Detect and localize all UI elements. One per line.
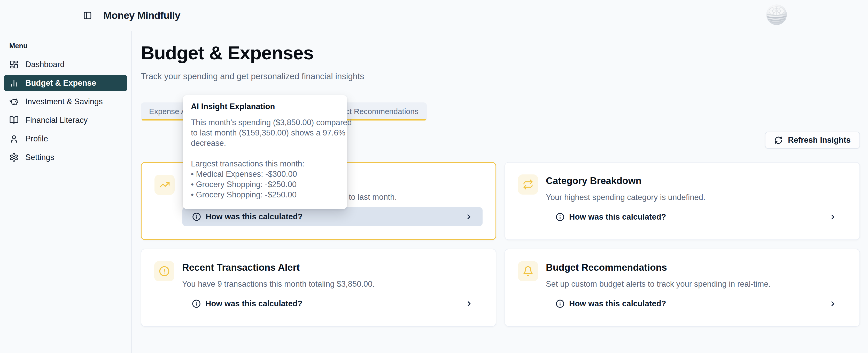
- ai-insight-tooltip: AI Insight Explanation This month's spen…: [183, 95, 347, 209]
- sidebar-item-financial-literacy[interactable]: Financial Literacy: [0, 111, 131, 130]
- chevron-right-icon: [829, 213, 837, 221]
- card-title: Recent Transactions Alert: [182, 262, 483, 273]
- info-icon: [556, 299, 564, 308]
- sidebar: Menu Dashboard Budget & Expense Investme…: [0, 31, 132, 353]
- user-icon: [9, 134, 19, 143]
- tooltip-line: • Grocery Shopping: -$250.00: [191, 190, 339, 200]
- sidebar-item-label: Budget & Expense: [25, 78, 96, 88]
- card-subtitle: Set up custom budget alerts to track you…: [546, 280, 846, 288]
- sidebar-item-profile[interactable]: Profile: [0, 130, 131, 148]
- sidebar-toggle-icon[interactable]: [83, 11, 92, 20]
- sidebar-item-label: Financial Literacy: [25, 116, 88, 125]
- info-icon: [192, 212, 201, 221]
- dashboard-icon: [9, 60, 19, 69]
- sidebar-item-label: Investment & Savings: [25, 97, 103, 106]
- bar-chart-icon: [9, 78, 19, 88]
- card-title: Budget Recommendations: [546, 262, 846, 273]
- sidebar-item-dashboard[interactable]: Dashboard: [0, 55, 131, 74]
- tooltip-line: This month's spending ($3,850.00) compar…: [191, 117, 339, 128]
- card-subtitle: Your highest spending category is undefi…: [546, 193, 846, 201]
- tooltip-line: • Medical Expenses: -$300.00: [191, 169, 339, 179]
- repeat-icon: [518, 174, 538, 195]
- how-calculated-link[interactable]: How was this calculated?: [546, 294, 846, 313]
- card-recent-transactions: Recent Transactions Alert You have 9 tra…: [141, 249, 496, 327]
- info-icon: [556, 213, 564, 221]
- sidebar-item-label: Dashboard: [25, 60, 65, 69]
- page-subtitle: Track your spending and get personalized…: [141, 71, 364, 81]
- card-subtitle: You have 9 transactions this month total…: [182, 280, 483, 288]
- sidebar-item-investment-savings[interactable]: Investment & Savings: [0, 93, 131, 111]
- top-header: Money Mindfully: [0, 0, 868, 31]
- chevron-right-icon: [829, 300, 837, 308]
- chevron-right-icon: [465, 213, 473, 221]
- sidebar-item-settings[interactable]: Settings: [0, 148, 131, 167]
- trending-up-icon: [154, 175, 175, 195]
- refresh-icon: [774, 136, 783, 144]
- main-content: Budget & Expenses Track your spending an…: [132, 31, 868, 353]
- app-title: Money Mindfully: [103, 10, 180, 21]
- how-calculated-link[interactable]: How was this calculated?: [546, 208, 846, 226]
- avatar[interactable]: [766, 4, 787, 25]
- sidebar-menu-label: Menu: [9, 42, 131, 50]
- piggy-bank-icon: [9, 97, 19, 106]
- sidebar-item-label: Profile: [25, 134, 48, 143]
- how-calculated-link[interactable]: How was this calculated?: [182, 207, 483, 226]
- alert-circle-icon: [154, 261, 175, 281]
- tooltip-line: • Grocery Shopping: -$250.00: [191, 179, 339, 190]
- gear-icon: [9, 153, 19, 162]
- sidebar-item-budget-expense[interactable]: Budget & Expense: [4, 75, 127, 91]
- tooltip-title: AI Insight Explanation: [191, 102, 339, 111]
- book-open-icon: [9, 116, 19, 125]
- tooltip-line: to last month ($159,350.00) shows a 97.6…: [191, 128, 339, 138]
- card-title: Category Breakdown: [546, 175, 846, 186]
- bell-icon: [518, 261, 538, 281]
- tooltip-line: [191, 148, 339, 159]
- how-calculated-link[interactable]: How was this calculated?: [182, 294, 483, 313]
- card-budget-recommendations: Budget Recommendations Set up custom bud…: [504, 249, 860, 327]
- chevron-right-icon: [465, 300, 473, 308]
- tooltip-line: Largest transactions this month:: [191, 159, 339, 169]
- info-icon: [192, 299, 201, 308]
- tooltip-line: decrease.: [191, 138, 339, 148]
- card-category-breakdown: Category Breakdown Your highest spending…: [504, 162, 860, 240]
- sidebar-item-label: Settings: [25, 153, 54, 162]
- refresh-insights-button[interactable]: Refresh Insights: [765, 132, 860, 149]
- page-title: Budget & Expenses: [141, 42, 314, 64]
- tooltip-body: This month's spending ($3,850.00) compar…: [191, 117, 339, 200]
